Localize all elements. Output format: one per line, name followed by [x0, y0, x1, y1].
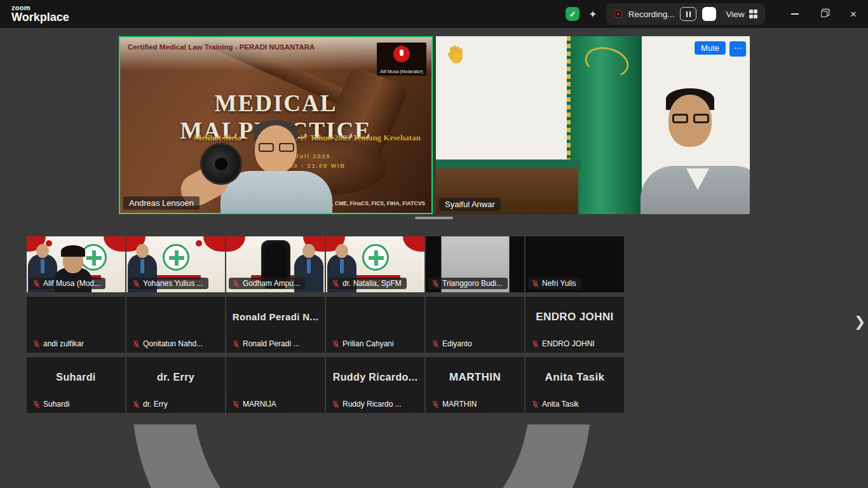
mic-muted-icon — [132, 280, 140, 288]
close-button[interactable]: ✕ — [839, 0, 868, 28]
tile-display-name: Ronald Peradi N... — [226, 297, 325, 337]
gallery-tile[interactable]: Nefri Yulis — [526, 236, 624, 292]
gallery-tile[interactable]: dr. Erry dr. Erry — [126, 357, 225, 413]
tile-name-label: Trianggoro Budi... — [442, 279, 503, 288]
security-shield-icon[interactable]: ✓ — [566, 7, 580, 21]
tile-name-label: ENDRO JOHNI — [542, 339, 595, 348]
moderator-pip-thumbnail: Alif Musa (Moderator) — [377, 43, 426, 76]
ai-companion-sparkle-icon[interactable]: ✦ — [588, 8, 597, 20]
mic-muted-icon — [232, 340, 240, 348]
filmstrip-drag-handle[interactable] — [415, 217, 453, 219]
tile-name-label: dr. Erry — [143, 400, 168, 409]
tile-name-label: andi zulfikar — [43, 339, 84, 348]
mic-muted-icon — [332, 340, 340, 348]
zoom-workplace-logo: zoom Workplace — [11, 4, 69, 24]
tile-more-options-button[interactable]: ⋯ — [729, 41, 746, 57]
mic-muted-icon — [531, 400, 539, 409]
tile-name-label: MARNIJA — [243, 400, 276, 409]
gallery-tile[interactable]: Prilian Cahyani — [326, 297, 424, 353]
mic-muted-icon — [32, 280, 41, 288]
video-tile-andreas-lensoen[interactable]: Certified Medical Law Training - PERADI … — [119, 36, 433, 214]
tile-name-label: Anita Tasik — [542, 400, 579, 409]
meeting-stage: Certified Medical Law Training - PERADI … — [0, 28, 868, 424]
tile-display-name: dr. Erry — [126, 357, 225, 397]
mic-muted-icon — [431, 400, 440, 409]
shared-slide: Certified Medical Law Training - PERADI … — [120, 37, 431, 213]
mic-muted-icon — [332, 400, 340, 409]
participant-name-label: Syaiful Anwar — [439, 198, 501, 211]
mic-muted-icon — [531, 280, 539, 288]
slide-subtitle-left: Melihat Mela — [194, 133, 241, 143]
recording-controls: Recording... View — [606, 3, 765, 25]
tile-display-name: MARTHIN — [426, 357, 524, 397]
gallery-tile[interactable]: Trianggoro Budi... — [426, 236, 524, 292]
gallery-filmstrip: Alif Musa (Mod... Yohanes Yulius ... God… — [27, 236, 624, 413]
mic-muted-icon — [232, 280, 240, 288]
video-tile-syaiful-anwar[interactable]: Mute ⋯ Syaiful Anwar — [436, 36, 750, 214]
zoom-meeting-window: zoom Workplace ✓ ✦ Recording... View ✕ — [0, 0, 868, 488]
mute-participant-button[interactable]: Mute — [695, 41, 726, 55]
stop-recording-button[interactable] — [702, 7, 716, 21]
gallery-tile[interactable]: Suhardi Suhardi — [27, 357, 125, 413]
gallery-view-icon — [749, 10, 758, 18]
gallery-tile[interactable]: Yohanes Yulius ... — [126, 236, 225, 292]
gallery-tile[interactable]: Ediyanto — [426, 297, 524, 353]
gallery-tile[interactable]: andi zulfikar — [27, 297, 125, 353]
title-bar: zoom Workplace ✓ ✦ Recording... View ✕ — [0, 0, 868, 28]
mic-muted-icon — [232, 400, 240, 409]
gallery-tile[interactable]: MARNIJA — [226, 357, 325, 413]
tile-name-label: Ediyanto — [442, 339, 472, 348]
tile-name-label: Nefri Yulis — [542, 279, 576, 288]
mic-muted-icon — [531, 340, 539, 348]
gallery-tile[interactable]: ENDRO JOHNI ENDRO JOHNI — [526, 297, 624, 353]
tile-name-label: Ronald Peradi ... — [243, 339, 299, 348]
gallery-next-page-arrow[interactable]: ❯ — [854, 314, 865, 330]
moderator-logo-icon — [393, 46, 410, 62]
restore-button[interactable] — [810, 0, 839, 28]
participant-name-label: Andreas Lensoen — [123, 196, 200, 210]
tile-name-label: MARTHIN — [442, 400, 477, 409]
minimize-button[interactable] — [780, 0, 810, 28]
mic-muted-icon — [32, 340, 41, 348]
gallery-tile[interactable]: dr. Natalia, SpFM — [326, 236, 424, 292]
tile-name-label: Ruddy Ricardo ... — [342, 400, 402, 409]
mic-muted-icon — [132, 340, 140, 348]
gallery-tile[interactable]: Ronald Peradi N... Ronald Peradi ... — [226, 297, 325, 353]
tile-display-name: Ruddy Ricardo... — [326, 357, 424, 397]
mic-muted-icon — [132, 400, 140, 409]
logo-workplace-text: Workplace — [11, 11, 69, 24]
mic-muted-icon — [32, 400, 41, 409]
tile-name-label: Prilian Cahyani — [342, 339, 394, 348]
moderator-pip-label: Alif Musa (Moderator) — [377, 69, 426, 74]
recording-dot-icon — [614, 10, 623, 18]
tile-display-name: ENDRO JOHNI — [526, 297, 624, 337]
lens-prop — [200, 143, 242, 185]
tile-name-label: Alif Musa (Mod... — [43, 279, 100, 288]
mic-muted-icon — [431, 280, 440, 288]
gallery-tile[interactable]: Ruddy Ricardo... Ruddy Ricardo ... — [326, 357, 424, 413]
pause-recording-button[interactable] — [680, 7, 696, 21]
tile-display-name: Anita Tasik — [526, 357, 624, 397]
recording-label: Recording... — [628, 10, 675, 19]
gallery-tile[interactable]: Alif Musa (Mod... — [27, 236, 125, 292]
raised-hand-icon — [444, 44, 465, 65]
slide-header-text: Certified Medical Law Training - PERADI … — [128, 43, 315, 51]
tile-name-label: Suhardi — [43, 400, 69, 409]
tile-display-name: Suhardi — [27, 357, 125, 397]
view-button[interactable]: View — [726, 10, 757, 19]
gallery-tile[interactable]: Godham Ampu... — [226, 236, 325, 292]
slide-subtitle-right: g No. 17 Tahun 2023 Tentang Kesehatan — [279, 133, 421, 143]
mic-muted-icon — [332, 280, 340, 288]
tile-name-label: Yohanes Yulius ... — [143, 279, 203, 288]
gallery-tile[interactable]: MARTHIN MARTHIN — [426, 357, 524, 413]
gallery-tile[interactable]: Anita Tasik Anita Tasik — [526, 357, 624, 413]
gallery-tile[interactable]: Qonitatun Nahd... — [126, 297, 225, 353]
mic-muted-icon — [431, 340, 440, 348]
tile-name-label: Qonitatun Nahd... — [143, 339, 203, 348]
tile-name-label: Godham Ampu... — [243, 279, 300, 288]
tile-name-label: dr. Natalia, SpFM — [342, 279, 402, 288]
